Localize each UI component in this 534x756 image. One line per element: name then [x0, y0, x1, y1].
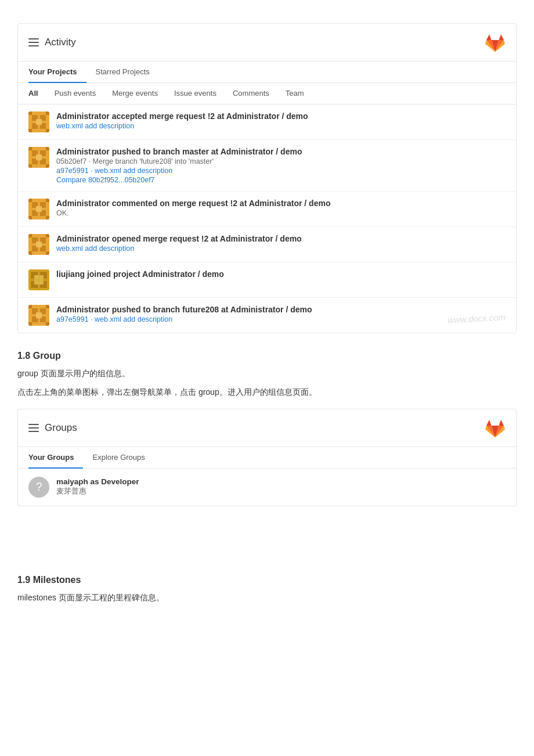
group-avatar: ?: [28, 477, 49, 498]
section-19-desc1: milestones 页面显示工程的里程碑信息。: [17, 591, 517, 605]
svg-rect-7: [46, 111, 49, 115]
svg-rect-28: [28, 216, 32, 219]
hamburger-icon[interactable]: [28, 38, 39, 46]
activity-item: Administrator commented on merge request…: [18, 192, 516, 227]
svg-rect-56: [28, 322, 32, 326]
activity-content: Administrator pushed to branch master at…: [56, 147, 506, 184]
tab-your-projects[interactable]: Your Projects: [28, 62, 86, 83]
svg-rect-6: [28, 111, 32, 115]
event-main-text: Administrator opened merge request !2 at…: [56, 234, 302, 243]
activity-item: Administrator opened merge request !2 at…: [18, 227, 516, 262]
tab-explore-groups[interactable]: Explore Groups: [83, 447, 154, 469]
groups-tabs: Your Groups Explore Groups: [18, 447, 516, 469]
filter-merge[interactable]: Merge events: [104, 83, 166, 105]
spacer: [17, 524, 517, 559]
activity-content: Administrator commented on merge request…: [56, 199, 506, 217]
tab-your-groups[interactable]: Your Groups: [28, 447, 83, 469]
group-name: maiyaph as Developer: [56, 477, 139, 486]
svg-rect-38: [28, 251, 32, 255]
event-sub-text: web.xml add description: [56, 122, 506, 130]
svg-rect-25: [36, 206, 42, 212]
activity-item: Administrator accepted merge request !2 …: [18, 105, 516, 140]
activity-item: liujiang joined project Administrator / …: [18, 262, 516, 298]
hamburger-icon[interactable]: [28, 424, 39, 432]
section-18-desc1: group 页面显示用户的组信息。: [17, 367, 517, 381]
activity-content: Administrator accepted merge request !2 …: [56, 111, 506, 130]
svg-rect-37: [46, 234, 49, 237]
event-sub-text: OK.: [56, 209, 506, 217]
group-sub-name: 麦芽普惠: [56, 487, 86, 495]
group-item: ? maiyaph as Developer 麦芽普惠: [18, 469, 516, 506]
groups-title: Groups: [45, 422, 77, 434]
svg-rect-55: [46, 305, 49, 308]
svg-rect-57: [46, 322, 49, 326]
event-sub-text: web.xml add description: [56, 244, 506, 253]
activity-content: Administrator opened merge request !2 at…: [56, 234, 506, 253]
gitlab-logo: [485, 32, 506, 53]
svg-rect-15: [36, 154, 42, 160]
svg-rect-53: [36, 312, 42, 318]
section-18-desc2: 点击左上角的菜单图标，弹出左侧导航菜单，点击 group。进入用户的组信息页面。: [17, 386, 517, 399]
avatar: [28, 199, 49, 219]
svg-rect-9: [46, 129, 49, 132]
groups-panel-header: Groups: [18, 409, 516, 447]
filter-push[interactable]: Push events: [46, 83, 104, 105]
svg-rect-29: [46, 216, 49, 219]
filter-all[interactable]: All: [28, 83, 46, 105]
group-info: maiyaph as Developer 麦芽普惠: [56, 477, 139, 496]
avatar: [28, 269, 49, 290]
avatar: [28, 305, 49, 326]
event-sub-text: a97e5991 · web.xml add description: [56, 315, 506, 323]
activity-list: Administrator accepted merge request !2 …: [18, 105, 516, 333]
svg-rect-8: [28, 129, 32, 132]
svg-rect-19: [46, 164, 49, 168]
filter-comments[interactable]: Comments: [225, 83, 277, 105]
filter-team[interactable]: Team: [277, 83, 312, 105]
avatar: [28, 234, 49, 255]
filter-issue[interactable]: Issue events: [166, 83, 225, 105]
svg-rect-36: [28, 234, 32, 237]
groups-panel: Groups Your Groups Explore Groups ?: [17, 409, 517, 506]
event-line1: 05b20ef7 · Merge branch 'future208' into…: [56, 157, 506, 165]
activity-title: Activity: [45, 37, 76, 48]
gitlab-logo: [485, 417, 506, 438]
svg-rect-54: [28, 305, 32, 308]
svg-rect-26: [28, 199, 32, 202]
section-19: 1.9 Milestones milestones 页面显示工程的里程碑信息。: [17, 575, 517, 605]
project-tabs: Your Projects Starred Projects: [18, 62, 516, 83]
panel-header-left: Activity: [28, 37, 76, 48]
svg-rect-39: [46, 251, 49, 255]
activity-panel: Activity Your Projects Starred Projects …: [17, 23, 517, 333]
activity-item: Administrator pushed to branch master at…: [18, 140, 516, 192]
activity-content: liujiang joined project Administrator / …: [56, 269, 506, 279]
event-main-text: Administrator pushed to branch master at…: [56, 147, 302, 156]
section-18: 1.8 Group group 页面显示用户的组信息。 点击左上角的菜单图标，弹…: [17, 351, 517, 399]
section-18-heading: 1.8 Group: [17, 351, 517, 361]
panel-header-left: Groups: [28, 422, 77, 434]
section-19-heading: 1.9 Milestones: [17, 575, 517, 585]
event-main-text: liujiang joined project Administrator / …: [56, 269, 224, 279]
tab-starred-projects[interactable]: Starred Projects: [86, 62, 159, 83]
svg-rect-18: [28, 164, 32, 168]
page-container: Activity Your Projects Starred Projects …: [17, 23, 517, 604]
svg-rect-17: [46, 147, 49, 150]
filter-tabs: All Push events Merge events Issue event…: [18, 83, 516, 105]
avatar: [28, 147, 49, 168]
svg-rect-35: [36, 242, 42, 247]
event-line3: Compare 80b2f952...05b20ef7: [56, 176, 506, 184]
svg-rect-27: [46, 199, 49, 202]
panel-header: Activity: [18, 24, 516, 62]
activity-item: Administrator pushed to branch future208…: [18, 298, 516, 333]
event-main-text: Administrator accepted merge request !2 …: [56, 111, 308, 121]
activity-content: Administrator pushed to branch future208…: [56, 305, 506, 323]
svg-rect-5: [36, 119, 42, 125]
svg-rect-16: [28, 147, 32, 150]
event-line2: a97e5991 · web.xml add description: [56, 167, 506, 175]
event-main-text: Administrator commented on merge request…: [56, 199, 330, 208]
avatar: [28, 111, 49, 132]
event-main-text: Administrator pushed to branch future208…: [56, 305, 312, 314]
